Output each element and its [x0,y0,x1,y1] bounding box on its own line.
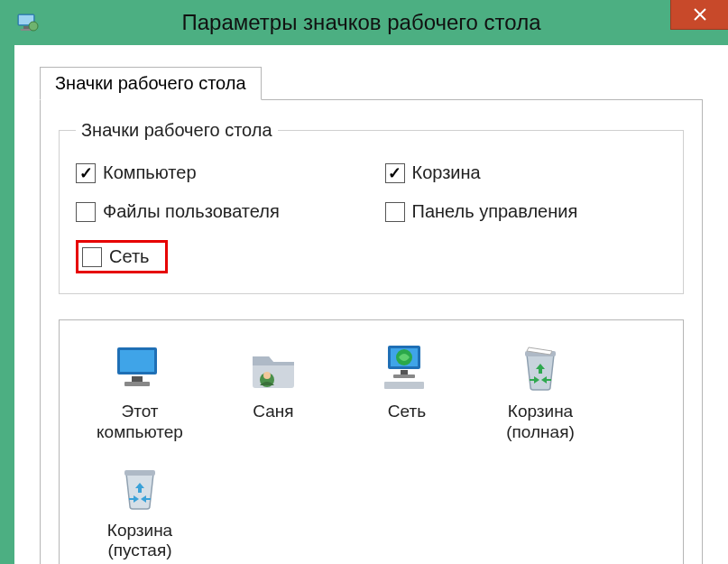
checkbox-input[interactable] [82,247,102,267]
icon-label: Корзина (полная) [480,402,601,443]
close-button[interactable] [670,0,728,30]
checkbox-recycle-bin[interactable]: Корзина [385,162,668,183]
network-icon [379,340,435,396]
svg-rect-16 [401,370,408,374]
tab-panel: Значки рабочего стола Компьютер Корзина [40,99,703,564]
icon-item-this-pc[interactable]: Этот компьютер [76,335,204,448]
icon-label: Этот компьютер [79,402,200,443]
computer-icon [112,340,168,396]
checkbox-input[interactable] [76,163,96,183]
tab-desktop-icons[interactable]: Значки рабочего стола [40,67,262,100]
highlight-red-box: Сеть [76,240,168,273]
icon-label: Саня [213,402,334,422]
checkbox-label: Панель управления [412,201,578,222]
recycle-bin-empty-icon [112,459,168,515]
close-icon [694,8,706,21]
svg-rect-2 [23,26,29,29]
checkbox-input[interactable] [385,202,405,222]
tab-label: Значки рабочего стола [55,73,246,93]
svg-rect-20 [124,470,155,476]
checkbox-label: Сеть [109,246,149,267]
checkbox-computer[interactable]: Компьютер [76,162,358,183]
dialog-content: Значки рабочего стола Значки рабочего ст… [14,45,728,564]
tabs: Значки рабочего стола Значки рабочего ст… [40,67,703,564]
recycle-bin-full-icon [512,340,568,396]
checkbox-label: Файлы пользователя [103,201,280,222]
titlebar: Параметры значков рабочего стола [0,0,728,45]
icon-label: Корзина (пустая) [79,521,200,562]
icon-preview-panel: Этот компьютер [59,319,684,564]
svg-rect-18 [384,382,424,389]
svg-rect-17 [393,374,415,378]
checkbox-grid: Компьютер Корзина Файлы пользователя [76,162,667,273]
checkbox-label: Корзина [412,162,481,183]
svg-rect-9 [132,376,143,382]
checkbox-user-files[interactable]: Файлы пользователя [76,201,358,222]
icon-item-recycle-full[interactable]: Корзина (полная) [476,335,604,448]
checkbox-control-panel[interactable]: Панель управления [385,201,668,222]
highlight-wrapper: Сеть [76,240,358,273]
group-legend: Значки рабочего стола [76,120,278,141]
icon-label: Сеть [346,402,467,422]
checkbox-input[interactable] [385,163,405,183]
desktop-icons-app-icon [16,11,40,34]
svg-point-4 [29,22,38,31]
user-folder-icon [245,340,301,396]
checkbox-label: Компьютер [103,162,197,183]
checkbox-input[interactable] [76,202,96,222]
icon-item-recycle-empty[interactable]: Корзина (пустая) [76,454,204,564]
svg-rect-10 [124,382,150,386]
svg-point-12 [263,372,271,379]
checkbox-network[interactable]: Сеть [82,246,149,267]
dialog-window: Параметры значков рабочего стола Значки … [0,0,728,564]
svg-rect-8 [120,350,154,372]
icon-grid: Этот компьютер [76,335,667,564]
icon-item-network[interactable]: Сеть [343,335,471,448]
window-title: Параметры значков рабочего стола [49,10,728,35]
icon-item-user-folder[interactable]: Саня [209,335,337,448]
desktop-icons-group: Значки рабочего стола Компьютер Корзина [59,120,684,294]
